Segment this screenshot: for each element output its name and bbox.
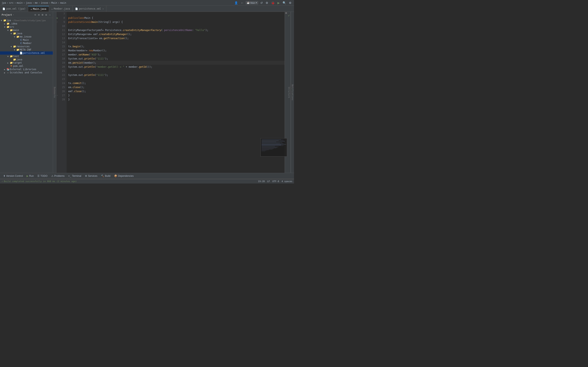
code-line-23[interactable] bbox=[68, 77, 285, 81]
tree-icon-test: 📁 bbox=[9, 55, 13, 58]
sidebar-item-extlibs[interactable]: ▶📚External Libraries bbox=[0, 68, 53, 71]
code-line-14[interactable] bbox=[68, 40, 285, 44]
settings-button[interactable]: ⚙ bbox=[288, 1, 292, 5]
code-line-24[interactable]: tx.commit(); bbox=[68, 81, 285, 85]
bc-jpa[interactable]: jpa bbox=[2, 1, 6, 4]
run-config-button[interactable]: ☕ Main ▾ bbox=[246, 1, 258, 4]
reload-button[interactable]: ↺ bbox=[259, 1, 264, 5]
bc-main-method[interactable]: main bbox=[60, 1, 66, 4]
bc-me[interactable]: me bbox=[35, 1, 38, 4]
tab-persistence-close[interactable]: × bbox=[103, 8, 104, 10]
line-num-23: 23 bbox=[56, 77, 65, 81]
encoding[interactable]: UTF-8 bbox=[272, 180, 279, 183]
code-line-12[interactable]: EntityManager em = emf.createEntityManag… bbox=[68, 32, 285, 36]
code-line-13[interactable]: EntityTransaction tx = em.getTransaction… bbox=[68, 36, 285, 40]
sidebar-item-Main[interactable]: CMain bbox=[0, 38, 53, 42]
mini-line bbox=[261, 141, 285, 142]
sidebar-item-persistencexml[interactable]: 📄persistence.xml bbox=[0, 51, 53, 55]
build-button[interactable]: ⚙ bbox=[265, 1, 269, 5]
services-btn[interactable]: ⚙ Services bbox=[83, 174, 99, 178]
sidebar-item-metainf[interactable]: ▼📁META-INF bbox=[0, 48, 53, 51]
code-line-8[interactable]: public class Main { bbox=[68, 16, 285, 20]
sidebar-item-main[interactable]: ▼📁main bbox=[0, 29, 53, 32]
sidebar-item-meinsoo[interactable]: ▼📁me.insoo bbox=[0, 35, 53, 38]
tab-persistence[interactable]: 📄 persistence.xml × bbox=[73, 6, 106, 12]
sidebar-settings-icon[interactable]: ⚙ bbox=[45, 13, 48, 17]
code-line-18[interactable]: System.out.println("1111"); bbox=[68, 57, 285, 61]
code-line-28[interactable]: } bbox=[68, 98, 285, 101]
tab-member[interactable]: ☕ Member.java bbox=[49, 6, 73, 12]
run-button[interactable]: ▶ bbox=[277, 1, 281, 5]
sidebar-sync-icon[interactable]: ⊙ bbox=[34, 13, 37, 17]
tree-icon-idea: 📁 bbox=[6, 22, 10, 25]
sidebar-item-scratches[interactable]: ▶✏Scratches and Consoles bbox=[0, 71, 53, 74]
tree-label-Member: Member bbox=[23, 42, 32, 45]
sidebar-collapse-icon[interactable]: ≡ bbox=[38, 13, 40, 17]
code-line-19[interactable]: em.persist(member); bbox=[68, 61, 285, 65]
line-separator[interactable]: LF bbox=[267, 180, 270, 183]
bc-insoo[interactable]: insoo bbox=[41, 1, 48, 4]
terminal-btn[interactable]: >_ Terminal bbox=[67, 174, 83, 178]
sidebar-item-java[interactable]: ▼📁java bbox=[0, 32, 53, 35]
mini-line bbox=[261, 150, 269, 150]
notifications-strip[interactable]: Notifications bbox=[291, 12, 294, 173]
sidebar-item-target[interactable]: ▶📁target bbox=[0, 61, 53, 64]
sidebar-dropdown-icon[interactable]: ▾ bbox=[13, 13, 14, 16]
bookmarks-strip[interactable]: Bookmarks bbox=[53, 12, 56, 173]
bc-main[interactable]: main bbox=[17, 1, 23, 4]
code-line-25[interactable]: em.close(); bbox=[68, 85, 285, 89]
todo-label: TODO bbox=[40, 175, 47, 177]
code-line-7[interactable] bbox=[68, 12, 285, 16]
code-line-11[interactable]: EntityManagerFactory emf = Persistence.c… bbox=[68, 28, 285, 32]
debug-button[interactable]: 🐞 bbox=[270, 1, 276, 5]
code-line-20[interactable]: System.out.println("member.getId() = " +… bbox=[68, 65, 285, 69]
code-line-22[interactable]: System.out.println("1111"); bbox=[68, 73, 285, 77]
code-line-17[interactable]: member.setName("ASD"); bbox=[68, 53, 285, 57]
todo-btn[interactable]: ☰ TODO bbox=[36, 174, 49, 178]
code-line-16[interactable]: Member member = new Member(); bbox=[68, 49, 285, 53]
profile-button[interactable]: 👤 bbox=[233, 1, 239, 5]
sidebar-item-idea[interactable]: ▶📁.idea bbox=[0, 22, 53, 25]
code-content[interactable]: public class Main { public static void m… bbox=[67, 12, 285, 173]
dependencies-label: Dependencies bbox=[118, 175, 134, 177]
line-num-9: 9 bbox=[56, 20, 65, 24]
search-button[interactable]: 🔍 bbox=[282, 1, 287, 5]
back-button[interactable]: ← bbox=[240, 1, 244, 5]
run-btn[interactable]: ▶ Run bbox=[25, 174, 35, 178]
mini-line bbox=[261, 144, 286, 145]
bc-src[interactable]: src bbox=[9, 1, 14, 4]
code-line-10[interactable] bbox=[68, 24, 285, 28]
problems-btn[interactable]: ⚠ Problems bbox=[50, 174, 66, 178]
sidebar-filter-icon[interactable]: ⊞ bbox=[41, 13, 44, 17]
sidebar-item-resources[interactable]: ▼📁resources bbox=[0, 45, 53, 48]
version-control-btn[interactable]: ⬆ Version Control bbox=[2, 174, 25, 178]
indent-info[interactable]: 4 spaces bbox=[282, 180, 292, 183]
tree-arrow-meinsoo: ▼ bbox=[13, 36, 16, 38]
bc-java[interactable]: java bbox=[26, 1, 32, 4]
sidebar-item-Member[interactable]: CMember bbox=[0, 42, 53, 45]
code-line-21[interactable] bbox=[68, 69, 285, 73]
bc-Main[interactable]: Main bbox=[51, 1, 57, 4]
sidebar-item-testjava[interactable]: 📁java bbox=[0, 58, 53, 61]
structure-strip[interactable]: Structure bbox=[287, 12, 291, 173]
tab-persistence-icon: 📄 bbox=[75, 8, 78, 10]
sidebar-item-test[interactable]: ▼📁test bbox=[0, 55, 53, 58]
sidebar-minimize-icon[interactable]: — bbox=[48, 13, 51, 17]
build-btn[interactable]: 🔨 Build bbox=[99, 174, 112, 178]
sidebar-item-src[interactable]: ▼📁src bbox=[0, 25, 53, 29]
code-line-9[interactable]: public static void main(String[] args) { bbox=[68, 20, 285, 24]
tab-pom[interactable]: 📄 pom.xml (jpa) bbox=[0, 6, 28, 12]
code-line-26[interactable]: emf.close(); bbox=[68, 89, 285, 93]
tree-icon-target: 📁 bbox=[9, 61, 13, 64]
code-line-15[interactable]: tx.begin(); bbox=[68, 44, 285, 49]
tree-arrow-metainf: ▼ bbox=[13, 49, 16, 51]
bottom-toolbar: ⬆ Version Control ▶ Run ☰ TODO ⚠ Problem… bbox=[0, 173, 294, 179]
sidebar-item-pomxml[interactable]: Mpom.xml bbox=[0, 64, 53, 68]
tab-main[interactable]: ☕ Main.java bbox=[28, 6, 49, 12]
code-line-27[interactable]: } bbox=[68, 93, 285, 98]
tree-label-jpa: jpa bbox=[7, 19, 11, 22]
sidebar-item-jpa[interactable]: ▼📁jpa~/Downloads/study/jpa/jpa bbox=[0, 19, 53, 22]
dependencies-btn[interactable]: 📦 Dependencies bbox=[112, 174, 135, 178]
tree-label-persistencexml: persistence.xml bbox=[23, 52, 45, 54]
cursor-position[interactable]: 19:28 bbox=[258, 180, 265, 183]
